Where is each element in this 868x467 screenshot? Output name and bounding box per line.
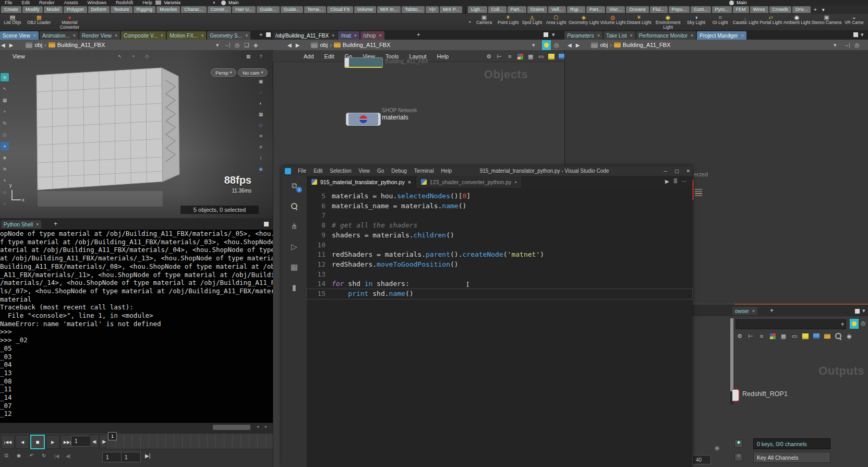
pose-tool-icon[interactable]: ♦	[1, 142, 9, 150]
scene-pane-tab[interactable]: Motion FX...×	[167, 31, 206, 40]
lightbulb-toggle-icon[interactable]	[850, 319, 859, 329]
menu-item-file[interactable]: File	[0, 0, 17, 5]
add-tab-button[interactable]: +	[726, 31, 732, 38]
add-shelf-tab-button[interactable]: +	[463, 7, 464, 13]
shelf-tab[interactable]: Model	[44, 6, 63, 13]
shelf-tool-list-objs[interactable]: ▤List Objs	[1, 14, 24, 30]
shelf-tab[interactable]: Coll...	[488, 6, 507, 13]
shelf-tab[interactable]: Texture	[111, 6, 132, 13]
maximize-icon[interactable]: ▢	[674, 169, 679, 174]
path-dropdown-icon[interactable]: ▾	[834, 42, 837, 49]
desktop-selector[interactable]: Varomix	[164, 0, 180, 5]
right-pane-tab[interactable]: Take List×	[604, 31, 635, 40]
path-dropdown-icon[interactable]: ▾	[841, 321, 844, 328]
close-icon[interactable]: ×	[73, 33, 76, 38]
redshift-rop-node[interactable]	[732, 389, 740, 402]
pane-maximize-icon[interactable]	[855, 309, 860, 314]
color-palette-icon[interactable]	[768, 332, 777, 340]
shelf-tab[interactable]: Guide...	[281, 6, 304, 13]
key-all-channels-button[interactable]: Key All Channels	[753, 452, 830, 463]
chevron-down-icon[interactable]: ▾	[213, 0, 215, 5]
transform-handle-icon[interactable]: +	[129, 52, 138, 61]
scene-pane-tab[interactable]: Animation...×	[40, 31, 78, 40]
tree-view-icon[interactable]: ⊢	[495, 52, 503, 61]
scene-pane-tab[interactable]: Scene View×	[0, 31, 39, 40]
close-icon[interactable]: ×	[36, 222, 39, 227]
shelf-tab[interactable]: Flui...	[650, 6, 668, 13]
source-control-icon[interactable]: ⋔	[288, 221, 300, 232]
run-button[interactable]: ▶	[665, 178, 669, 184]
range-end-field[interactable]: 1	[121, 452, 141, 462]
add-tab-button[interactable]: +	[258, 31, 264, 38]
camera-badge[interactable]: No cam▾	[238, 68, 268, 77]
code-line[interactable]: 10	[307, 241, 692, 250]
shelf-tool-obj-loader[interactable]: ▦OBJ Loader	[27, 14, 51, 30]
explorer-icon[interactable]: ⧉1	[288, 180, 300, 191]
shelf-tab[interactable]: Guide...	[257, 6, 280, 13]
lightbulb-toggle-icon[interactable]	[542, 40, 551, 50]
snap-icon[interactable]: ◇	[143, 52, 151, 61]
pane-menu-icon[interactable]: ▾	[862, 307, 865, 314]
minimap[interactable]	[695, 189, 702, 205]
shelf-tab[interactable]: Cloud FX	[327, 6, 353, 13]
code-line[interactable]: 15 print shd.name()	[307, 289, 692, 299]
close-icon[interactable]: ×	[597, 33, 600, 38]
shade-mode-icon[interactable]: ◐	[257, 99, 265, 107]
shelf-tool-material-converter[interactable]: ●Material Converter	[54, 14, 85, 30]
snap-grid-icon[interactable]: ▦	[257, 110, 265, 118]
shelf-tool-volume-light[interactable]: ◍Volume Light	[600, 14, 625, 30]
forward-arrow-icon[interactable]: ▶	[8, 42, 15, 48]
node-shape-icon[interactable]: ▭	[537, 52, 545, 61]
shelf-tab[interactable]: Volume	[354, 6, 376, 13]
nav-next-icon[interactable]: ◀|	[66, 453, 70, 459]
network-menu-add[interactable]: Add	[299, 53, 319, 59]
close-icon[interactable]: ×	[408, 179, 411, 185]
shelf-tab[interactable]: Popu...	[669, 6, 690, 13]
shelf-tool-geometry-light[interactable]: ◈Geometry Light	[569, 14, 599, 30]
shelf-tab[interactable]: Charac...	[181, 6, 207, 13]
back-arrow-icon[interactable]: ◀	[0, 42, 6, 48]
close-icon[interactable]: ×	[115, 33, 117, 38]
persp-badge[interactable]: Persp▾	[211, 68, 236, 77]
more-actions-icon[interactable]: ⋯	[682, 178, 687, 184]
scene-pane-tab[interactable]: Geometry S...×	[207, 31, 250, 40]
close-icon[interactable]: ×	[245, 33, 248, 38]
detail-grid-icon[interactable]: ▦	[779, 332, 788, 340]
shelf-tab[interactable]: FEM	[733, 6, 749, 13]
shelf-tool-portal-light[interactable]: ▱Portal Light	[760, 14, 782, 30]
close-icon[interactable]: ×	[379, 33, 382, 38]
undo-motion-icon[interactable]: ↶	[27, 451, 35, 460]
shelf-tab[interactable]: Vell...	[548, 6, 566, 13]
code-line[interactable]: 8# get all the shaders	[307, 221, 692, 231]
shelf-tool-environment-light[interactable]: ◉Environment Light	[653, 14, 684, 30]
menu-item-redshift[interactable]: Redshift	[111, 0, 138, 5]
pin-icon[interactable]: →|	[224, 42, 230, 47]
scale-tool-icon[interactable]: ◇	[1, 130, 9, 139]
close-icon[interactable]: ✕	[686, 169, 690, 174]
menu-item-assets[interactable]: Assets	[59, 0, 83, 5]
code-line[interactable]: 13	[307, 270, 692, 280]
forward-arrow-icon[interactable]: ▶	[575, 42, 581, 48]
keys-status-field[interactable]: 0 keys, 0/0 channels	[753, 438, 830, 449]
path-dropdown-icon[interactable]: ▾	[532, 42, 535, 49]
viewport-view-menu[interactable]: View	[13, 53, 25, 59]
tree-view-icon[interactable]: ⊢	[746, 332, 755, 340]
close-icon[interactable]: ×	[201, 33, 203, 38]
menu-item-help[interactable]: Help	[138, 0, 157, 5]
vscode-menu-edit[interactable]: Edit	[310, 168, 326, 174]
pin-icon[interactable]: →|	[844, 42, 850, 47]
move-tool-icon[interactable]: +	[1, 107, 9, 116]
grid-toggle-icon[interactable]: #	[257, 143, 265, 151]
wrench-tools-icon[interactable]: ⚙	[736, 332, 744, 340]
record-icon[interactable]: ◉	[715, 445, 720, 451]
shelf-tab[interactable]: Part...	[508, 6, 526, 13]
info-icon[interactable]: i	[257, 154, 265, 162]
wrench-tools-icon[interactable]: ⚙	[485, 52, 493, 61]
edit-tool-icon[interactable]: ×	[1, 176, 9, 185]
play-reverse-button[interactable]: ◀	[16, 435, 29, 449]
shelf-tool-area-light[interactable]: ☖Area Light	[545, 14, 568, 30]
select-keys-icon[interactable]: ⊡	[2, 451, 10, 460]
code-line[interactable]: 9shaders = materials.children()	[307, 231, 692, 241]
right-pane-tab[interactable]: Parameters×	[564, 31, 602, 40]
shelf-tab[interactable]: MIX In...	[377, 6, 401, 13]
